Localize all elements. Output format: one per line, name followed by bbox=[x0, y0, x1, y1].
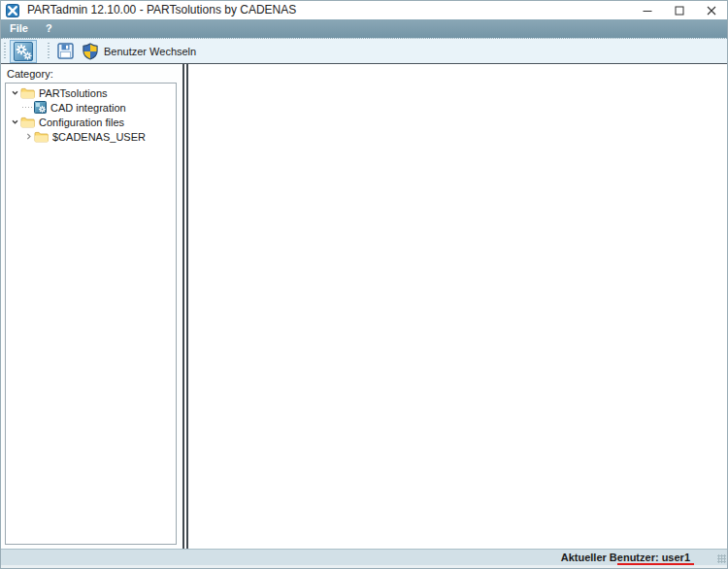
content-panel bbox=[188, 64, 727, 549]
category-tree[interactable]: PARTsolutions bbox=[5, 83, 177, 545]
folder-icon bbox=[34, 131, 49, 143]
folder-icon bbox=[20, 87, 35, 99]
switch-user-button[interactable]: Benutzer Wechseln bbox=[78, 40, 200, 63]
red-underline-annotation bbox=[617, 563, 694, 565]
tree-item-label: PARTsolutions bbox=[39, 87, 108, 99]
folder-icon bbox=[20, 117, 35, 128]
tree-item-partsolutions[interactable]: PARTsolutions bbox=[6, 85, 176, 100]
minimize-button[interactable] bbox=[631, 1, 663, 19]
close-icon bbox=[707, 6, 716, 16]
app-window: PARTadmin 12.10.00 - PARTsolutions by CA… bbox=[0, 0, 728, 569]
chevron-right-icon[interactable] bbox=[22, 132, 34, 141]
tree-item-cad-integration[interactable]: CAD integration bbox=[6, 100, 176, 115]
chevron-down-icon[interactable] bbox=[9, 88, 20, 97]
toolbar-gripper[interactable] bbox=[48, 43, 50, 60]
save-icon bbox=[57, 43, 74, 59]
close-button[interactable] bbox=[695, 1, 727, 19]
gears-icon bbox=[14, 42, 33, 61]
tree-guide bbox=[22, 107, 32, 108]
window-title: PARTadmin 12.10.00 - PARTsolutions by CA… bbox=[27, 1, 631, 19]
maximize-button[interactable] bbox=[663, 1, 695, 19]
switch-user-label: Benutzer Wechseln bbox=[104, 46, 196, 57]
tree-item-label: $CADENAS_USER bbox=[52, 131, 146, 143]
tree-item-cadenas-user[interactable]: $CADENAS_USER bbox=[6, 129, 176, 144]
category-label: Category: bbox=[7, 68, 182, 80]
cad-integration-icon bbox=[34, 101, 47, 114]
title-bar: PARTadmin 12.10.00 - PARTsolutions by CA… bbox=[1, 1, 727, 19]
toolbar-gripper[interactable] bbox=[4, 43, 6, 60]
menu-bar: File ? bbox=[1, 19, 727, 38]
main-area: Category: PARTsolutions bbox=[1, 63, 727, 549]
menu-file[interactable]: File bbox=[10, 19, 28, 38]
tree-item-label: CAD integration bbox=[50, 102, 126, 114]
tree-item-configuration-files[interactable]: Configuration files bbox=[6, 115, 176, 129]
save-button[interactable] bbox=[53, 40, 78, 63]
app-logo-icon bbox=[6, 4, 19, 17]
resize-grip[interactable] bbox=[717, 554, 726, 563]
minimize-icon bbox=[643, 6, 652, 16]
tree-item-label: Configuration files bbox=[39, 117, 124, 128]
shield-icon bbox=[82, 43, 99, 60]
menu-help[interactable]: ? bbox=[46, 19, 52, 38]
status-bar: Aktueller Benutzer: user1 bbox=[1, 549, 727, 565]
window-bottom-edge bbox=[1, 565, 727, 568]
category-admin-button[interactable] bbox=[10, 40, 37, 63]
toolbar: Benutzer Wechseln bbox=[1, 38, 727, 63]
category-panel: Category: PARTsolutions bbox=[1, 64, 182, 549]
window-controls bbox=[631, 1, 727, 19]
maximize-icon bbox=[675, 6, 684, 16]
chevron-down-icon[interactable] bbox=[9, 117, 20, 126]
